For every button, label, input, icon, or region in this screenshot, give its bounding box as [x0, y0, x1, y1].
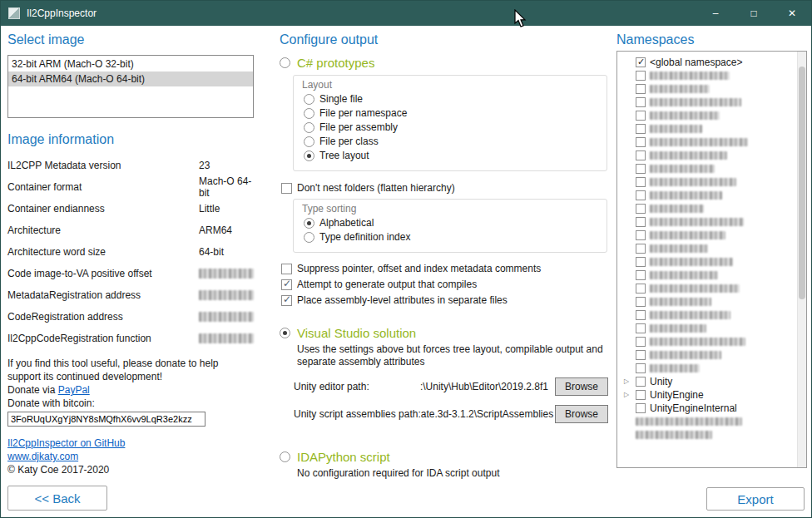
titlebar[interactable]: Il2CppInspector – □ ✕: [1, 1, 811, 26]
namespace-item[interactable]: [622, 82, 796, 96]
namespace-checkbox[interactable]: [636, 97, 646, 107]
namespace-checkbox[interactable]: [636, 297, 646, 307]
namespace-checkbox[interactable]: [636, 323, 646, 333]
output-option[interactable]: Place assembly-level attributes in separ…: [281, 294, 610, 306]
namespace-checkbox[interactable]: [636, 310, 646, 320]
layout-option[interactable]: Single file: [304, 93, 598, 105]
output-option[interactable]: Attempt to generate output that compiles: [281, 279, 610, 290]
namespace-item[interactable]: [622, 242, 796, 255]
output-option[interactable]: Suppress pointer, offset and index metad…: [281, 263, 610, 274]
radio-button[interactable]: [304, 122, 314, 133]
namespace-checkbox[interactable]: [636, 84, 646, 94]
namespace-item[interactable]: [622, 189, 796, 202]
namespace-checkbox[interactable]: [636, 177, 646, 187]
radio-button[interactable]: [304, 150, 314, 161]
radio-button[interactable]: [304, 232, 314, 243]
namespace-item[interactable]: [622, 322, 796, 335]
idapython-script-option[interactable]: IDAPython script: [280, 450, 610, 464]
image-list-item[interactable]: 64-bit ARM64 (Mach-O 64-bit): [8, 72, 253, 86]
namespace-item[interactable]: [622, 348, 796, 362]
namespace-checkbox[interactable]: [636, 150, 646, 160]
namespace-item[interactable]: [622, 136, 796, 149]
namespace-item[interactable]: [622, 69, 796, 82]
website-link[interactable]: www.djkaty.com: [7, 451, 78, 462]
radio-button[interactable]: [280, 328, 290, 338]
namespace-checkbox[interactable]: [636, 111, 646, 121]
scrollbar-thumb[interactable]: [799, 67, 805, 299]
namespace-checkbox[interactable]: [636, 204, 646, 214]
namespace-checkbox[interactable]: [636, 190, 646, 200]
namespace-item[interactable]: [622, 229, 796, 242]
namespace-item[interactable]: [622, 255, 796, 269]
radio-button[interactable]: [304, 108, 314, 119]
namespace-item[interactable]: ▷Unity: [622, 375, 796, 388]
flatten-hierarchy-option[interactable]: Don't nest folders (flatten hierarchy): [281, 182, 610, 194]
expander-icon[interactable]: ▷: [624, 377, 629, 387]
unity-script-assemblies-path-value[interactable]: ate.3d-3.1.2\ScriptAssemblies: [421, 408, 555, 420]
namespace-checkbox[interactable]: [636, 244, 646, 254]
bitcoin-address-input[interactable]: [7, 412, 205, 427]
browse-script-assemblies-button[interactable]: Browse: [555, 405, 608, 423]
back-button[interactable]: << Back: [7, 486, 107, 511]
namespace-item[interactable]: [622, 122, 796, 136]
namespace-checkbox[interactable]: [636, 403, 646, 413]
checkbox[interactable]: [281, 264, 292, 274]
namespace-checkbox[interactable]: [636, 217, 646, 227]
radio-button[interactable]: [304, 136, 314, 147]
namespace-item[interactable]: [622, 428, 796, 442]
namespace-item[interactable]: [622, 96, 796, 109]
namespace-checkbox[interactable]: [636, 230, 646, 240]
namespace-item[interactable]: [622, 308, 796, 322]
paypal-link[interactable]: PayPal: [58, 384, 90, 396]
namespace-item[interactable]: [622, 215, 796, 229]
layout-option[interactable]: Tree layout: [304, 150, 598, 161]
namespace-item[interactable]: [622, 175, 796, 189]
namespace-item[interactable]: [622, 162, 796, 175]
namespace-checkbox[interactable]: [636, 124, 646, 134]
namespace-checkbox[interactable]: [636, 257, 646, 267]
namespace-item[interactable]: [622, 282, 796, 295]
browse-editor-path-button[interactable]: Browse: [555, 377, 608, 396]
namespace-checkbox[interactable]: [636, 337, 646, 347]
namespace-checkbox[interactable]: [636, 71, 646, 81]
layout-option[interactable]: File per class: [304, 136, 598, 147]
maximize-button[interactable]: □: [735, 1, 773, 26]
namespace-checkbox[interactable]: [636, 284, 646, 294]
checkbox[interactable]: [281, 183, 292, 194]
namespace-checkbox[interactable]: [636, 377, 646, 387]
type-sorting-option[interactable]: Type definition index: [304, 231, 598, 243]
namespace-item[interactable]: UnityEngineInternal: [622, 402, 796, 415]
namespace-item[interactable]: ▷UnityEngine: [622, 388, 796, 402]
namespace-checkbox[interactable]: [636, 270, 646, 280]
namespaces-scrollbar[interactable]: [797, 52, 806, 467]
namespace-checkbox[interactable]: [636, 350, 646, 360]
expander-icon[interactable]: ▷: [624, 390, 629, 400]
checkbox[interactable]: [281, 279, 292, 290]
image-listbox[interactable]: 32-bit ARM (Mach-O 32-bit)64-bit ARM64 (…: [7, 55, 254, 118]
csharp-prototypes-option[interactable]: C# prototypes: [280, 56, 610, 70]
close-button[interactable]: ✕: [773, 1, 811, 26]
radio-button[interactable]: [304, 218, 314, 229]
radio-button[interactable]: [280, 451, 290, 462]
radio-button[interactable]: [304, 94, 314, 105]
namespace-item[interactable]: [622, 335, 796, 348]
unity-editor-path-value[interactable]: :\Unity\Hub\Editor\2019.2.8f1: [369, 381, 555, 392]
radio-button[interactable]: [280, 57, 290, 68]
minimize-button[interactable]: –: [696, 1, 735, 26]
visual-studio-solution-option[interactable]: Visual Studio solution: [280, 326, 610, 340]
layout-option[interactable]: File per assembly: [304, 121, 598, 133]
export-button[interactable]: Export: [706, 487, 805, 511]
namespace-item[interactable]: [622, 269, 796, 282]
namespace-item[interactable]: [622, 415, 796, 428]
checkbox[interactable]: [281, 295, 292, 306]
layout-option[interactable]: File per namespace: [304, 107, 598, 119]
namespace-item[interactable]: [622, 295, 796, 308]
namespace-checkbox[interactable]: [636, 137, 646, 147]
image-list-item[interactable]: 32-bit ARM (Mach-O 32-bit): [8, 57, 253, 72]
namespace-checkbox[interactable]: [636, 57, 646, 67]
github-link[interactable]: Il2CppInspector on GitHub: [7, 437, 125, 449]
namespace-checkbox[interactable]: [636, 164, 646, 174]
namespace-item[interactable]: [622, 109, 796, 122]
namespace-item[interactable]: [622, 149, 796, 162]
namespace-checkbox[interactable]: [636, 390, 646, 400]
